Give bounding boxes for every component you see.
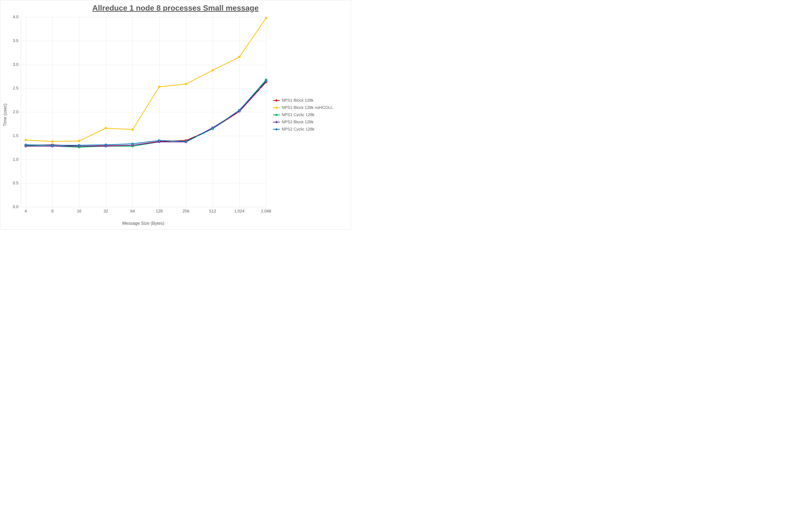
legend-label: NPS1 Block 128k [282, 98, 314, 103]
x-tick-label: 32 [104, 207, 108, 214]
series-line [26, 80, 266, 147]
y-tick-label: 2.5 [13, 86, 21, 91]
x-tick-label: 256 [183, 207, 189, 214]
chart-title: Allreduce 1 node 8 processes Small messa… [0, 4, 351, 13]
legend-item: NPS1 Cyclic 128k [273, 113, 333, 117]
y-tick-label: 1.5 [13, 133, 21, 138]
gridline-horizontal [21, 64, 266, 65]
series-line [26, 82, 266, 146]
gridline-vertical [106, 17, 106, 207]
gridline-vertical [79, 17, 79, 207]
gridline-vertical [266, 17, 266, 207]
legend-item: NPS1 Block 128k [273, 98, 333, 103]
legend-item: NPS2 Block 128k [273, 120, 333, 125]
x-tick-label: 64 [130, 207, 135, 214]
legend: NPS1 Block 128kNPS1 Block 128k noHCOLLNP… [273, 96, 333, 134]
y-tick-label: 0.5 [13, 181, 21, 186]
series-line [26, 18, 266, 142]
legend-label: NPS1 Block 128k noHCOLL [282, 105, 333, 110]
legend-item: NPS1 Block 128k noHCOLL [273, 105, 333, 110]
x-axis-title: Message Size (Bytes) [21, 221, 266, 226]
plot-area: 0.00.51.01.52.02.53.03.54.04816326412825… [21, 17, 266, 207]
y-tick-label: 2.0 [13, 110, 21, 114]
legend-label: NPS2 Cyclic 128k [282, 127, 315, 132]
gridline-vertical [186, 17, 186, 207]
x-tick-label: 1,024 [234, 207, 245, 214]
gridline-horizontal [21, 17, 266, 17]
x-tick-label: 8 [51, 207, 53, 214]
y-axis-title: Time (usec) [3, 103, 8, 126]
gridline-horizontal [21, 112, 266, 112]
legend-swatch [273, 113, 280, 117]
legend-swatch [273, 120, 280, 124]
gridline-vertical [132, 17, 133, 207]
gridline-vertical [159, 17, 160, 207]
x-tick-label: 2,048 [261, 207, 271, 214]
gridline-vertical [26, 17, 26, 207]
series-line [26, 81, 266, 146]
x-tick-label: 512 [209, 207, 216, 214]
legend-item: NPS2 Cyclic 128k [273, 127, 333, 132]
legend-label: NPS1 Cyclic 128k [282, 113, 315, 117]
x-tick-label: 16 [77, 207, 82, 214]
chart-frame: Allreduce 1 node 8 processes Small messa… [0, 0, 351, 230]
y-tick-label: 3.0 [13, 62, 21, 67]
y-tick-label: 3.5 [13, 39, 21, 43]
legend-swatch [273, 99, 280, 102]
y-tick-label: 1.0 [13, 157, 21, 162]
x-tick-label: 4 [25, 207, 27, 214]
y-tick-label: 0.0 [13, 204, 21, 210]
legend-label: NPS2 Block 128k [282, 120, 314, 125]
legend-swatch [273, 106, 280, 109]
y-tick-label: 4.0 [13, 15, 21, 19]
x-tick-label: 128 [156, 207, 162, 214]
legend-swatch [273, 128, 280, 131]
gridline-horizontal [21, 136, 266, 136]
